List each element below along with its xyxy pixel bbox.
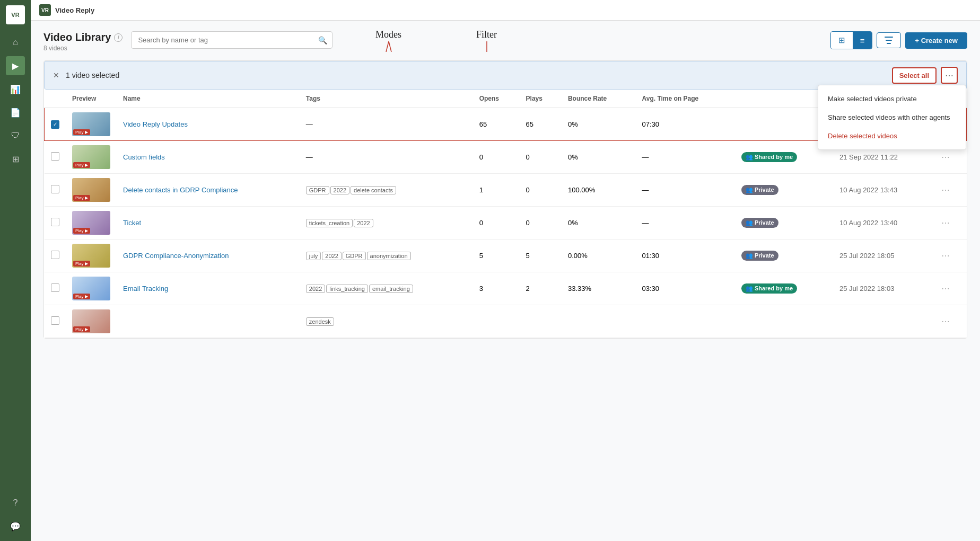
video-name[interactable]: Ticket	[123, 219, 141, 227]
close-selection-button[interactable]: ✕	[53, 71, 59, 79]
status-badge: 👥 Private	[741, 185, 778, 195]
tag: delete contacts	[351, 186, 396, 194]
date-value: 25 Jul 2022 18:05	[833, 240, 935, 272]
plays-value: 5	[520, 240, 562, 272]
row-menu-button[interactable]: ⋯	[941, 218, 950, 227]
plays-value: 2	[520, 272, 562, 305]
tag: zendesk	[306, 317, 334, 326]
tag: 2022	[322, 252, 341, 260]
filter-button[interactable]	[877, 32, 901, 48]
sidebar-item-shield[interactable]: 🛡	[6, 126, 25, 145]
sidebar-item-video[interactable]: ▶	[6, 56, 25, 75]
sidebar-item-document[interactable]: 📄	[6, 103, 25, 122]
page-title: Video Library i	[43, 31, 122, 43]
video-name[interactable]: Delete contacts in GDRP Compliance	[123, 186, 238, 194]
video-name[interactable]: GDPR Compliance-Anonymization	[123, 252, 229, 260]
tag: links_tracking	[326, 285, 368, 293]
sidebar-item-home[interactable]: ⌂	[6, 33, 25, 52]
video-thumbnail[interactable]: Play ▶	[72, 112, 110, 136]
selection-count: 1 video selected	[66, 71, 892, 79]
more-actions-button[interactable]: ⋯	[941, 67, 958, 84]
avg-time-value: 01:30	[635, 240, 734, 272]
video-thumbnail[interactable]: Play ▶	[72, 244, 110, 268]
content-area: Modes Filter Video Library i 8 videos	[31, 21, 980, 541]
video-thumbnail[interactable]: Play ▶	[72, 309, 110, 333]
tag: july	[306, 252, 321, 260]
opens-value: 3	[473, 272, 520, 305]
col-preview: Preview	[66, 90, 117, 108]
avg-time-value: —	[635, 141, 734, 174]
tag: anonymization	[367, 252, 411, 260]
play-badge: Play ▶	[73, 294, 90, 299]
share-agents-item[interactable]: Share selected videos with other agents	[818, 108, 966, 127]
row-menu-button[interactable]: ⋯	[941, 153, 950, 162]
avg-time-value: 07:30	[635, 108, 734, 141]
row-checkbox[interactable]	[51, 185, 59, 193]
selection-bar: ✕ 1 video selected Select all ⋯ Make sel…	[44, 61, 967, 90]
tag: GDPR	[306, 186, 329, 194]
row-menu-button[interactable]: ⋯	[941, 251, 950, 260]
bounce-rate-value: 33.33%	[562, 272, 636, 305]
tag: email_tracking	[369, 285, 413, 293]
video-name[interactable]: Custom fields	[123, 153, 165, 161]
row-checkbox[interactable]: ✓	[51, 120, 59, 129]
play-badge: Play ▶	[73, 129, 90, 135]
sidebar-item-help[interactable]: ?	[6, 493, 25, 512]
sidebar-item-chat[interactable]: 💬	[6, 517, 25, 536]
avg-time-value: 03:30	[635, 272, 734, 305]
video-name[interactable]: Email Tracking	[123, 285, 168, 292]
col-bounce-rate: Bounce Rate	[562, 90, 636, 108]
bounce-rate-value	[562, 305, 636, 338]
date-value	[833, 305, 935, 338]
page-title-area: Video Library i 8 videos	[43, 31, 122, 52]
make-private-item[interactable]: Make selected videos private	[818, 90, 966, 108]
main-area: VR Video Reply Modes Filter Video Librar…	[31, 0, 980, 541]
col-checkbox	[45, 90, 66, 108]
play-badge: Play ▶	[73, 228, 90, 234]
info-icon[interactable]: i	[114, 33, 122, 42]
opens-value: 5	[473, 240, 520, 272]
row-checkbox[interactable]	[51, 283, 59, 292]
plays-value: 0	[520, 141, 562, 174]
plays-value: 0	[520, 174, 562, 207]
topbar-logo: VR	[39, 4, 51, 16]
select-all-button[interactable]: Select all	[892, 67, 937, 84]
video-thumbnail[interactable]: Play ▶	[72, 277, 110, 300]
row-checkbox[interactable]	[51, 218, 59, 226]
row-menu-button[interactable]: ⋯	[941, 284, 950, 293]
bounce-rate-value: 0%	[562, 108, 636, 141]
row-checkbox[interactable]	[51, 152, 59, 161]
delete-videos-item[interactable]: Delete selected videos	[818, 127, 966, 145]
col-avg-time: Avg. Time on Page	[635, 90, 734, 108]
bounce-rate-value: 100.00%	[562, 174, 636, 207]
row-menu-button[interactable]: ⋯	[941, 185, 950, 194]
bounce-rate-value: 0%	[562, 141, 636, 174]
search-icon: 🔍	[318, 36, 327, 45]
play-badge: Play ▶	[73, 195, 90, 201]
row-checkbox[interactable]	[51, 316, 59, 325]
date-value: 10 Aug 2022 13:40	[833, 207, 935, 240]
video-thumbnail[interactable]: Play ▶	[72, 211, 110, 235]
view-list-button[interactable]: ≡	[853, 32, 872, 49]
row-menu-button[interactable]: ⋯	[941, 317, 950, 326]
dropdown-menu: Make selected videos private Share selec…	[818, 85, 966, 150]
status-badge: 👥 Shared by me	[741, 152, 797, 162]
bounce-rate-value: 0.00%	[562, 240, 636, 272]
sidebar-item-grid[interactable]: ⊞	[6, 149, 25, 168]
tag: tickets_creation	[306, 219, 353, 227]
tag: 2022	[354, 219, 373, 227]
plays-value: 0	[520, 207, 562, 240]
selection-wrapper: ✕ 1 video selected Select all ⋯ Make sel…	[43, 60, 967, 339]
table-row: Play ▶zendesk⋯	[45, 305, 967, 338]
video-thumbnail[interactable]: Play ▶	[72, 145, 110, 169]
row-checkbox[interactable]	[51, 251, 59, 259]
col-plays: Plays	[520, 90, 562, 108]
plays-value	[520, 305, 562, 338]
table-row: Play ▶Email Tracking2022links_trackingem…	[45, 272, 967, 305]
search-input[interactable]	[131, 31, 332, 49]
video-thumbnail[interactable]: Play ▶	[72, 178, 110, 202]
video-name[interactable]: Video Reply Updates	[123, 120, 188, 128]
sidebar-item-chart[interactable]: 📊	[6, 79, 25, 99]
view-grid-button[interactable]: ⊞	[831, 32, 853, 49]
create-button[interactable]: + Create new	[905, 32, 967, 49]
